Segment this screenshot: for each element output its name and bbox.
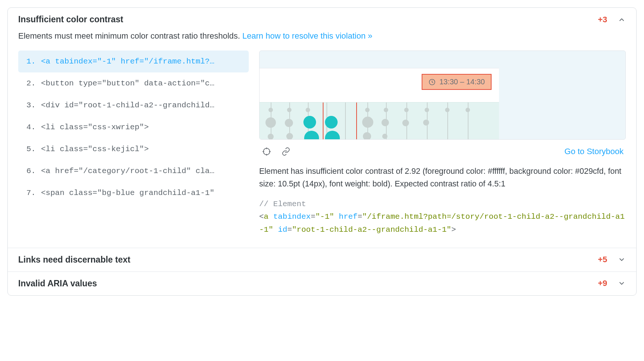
violation-count-badge: +5 [598,255,607,264]
violation-code: <a tabindex="-1" href="/iframe.html?… [41,57,214,66]
go-to-storybook-link[interactable]: Go to Storybook [564,147,624,156]
chevron-down-icon[interactable] [618,279,626,287]
chevron-down-icon[interactable] [618,256,626,264]
violation-item[interactable]: 7. <span class="bg-blue grandchild-a1-1" [18,182,249,204]
section-header-aria[interactable]: Invalid ARIA values +9 [8,272,636,295]
violation-code: <a href="/category/root-1-child" cla… [41,167,214,175]
section-description: Elements must meet minimum color contras… [8,31,636,45]
target-icon[interactable] [261,146,272,157]
violation-section-links: Links need discernable text +5 [8,248,636,271]
learn-more-link[interactable]: Learn how to resolve this violation » [242,31,373,40]
violation-number: 1. [26,57,36,66]
violation-code: <li class="css-kejicl"> [41,145,149,153]
code-comment: // Element [259,200,306,208]
violation-code: <span class="bg-blue grandchild-a1-1" [41,189,214,197]
time-range-chip: 13:30 – 14:30 [422,74,492,90]
section-header-contrast[interactable]: Insufficient color contrast +3 [8,8,636,31]
violation-count-badge: +9 [598,279,607,288]
violation-section-contrast: Insufficient color contrast +3 Elements … [8,8,636,248]
violation-item[interactable]: 4. <li class="css-xwriep"> [18,116,249,138]
violation-number: 3. [26,101,36,110]
description-text: Elements must meet minimum color contras… [18,31,240,40]
violation-section-aria: Invalid ARIA values +9 [8,271,636,295]
section-title: Invalid ARIA values [18,279,97,289]
svg-point-1 [263,148,270,155]
violation-item[interactable]: 1. <a tabindex="-1" href="/iframe.html?… [18,51,249,72]
clock-icon [428,78,436,86]
accessibility-panel: Insufficient color contrast +3 Elements … [7,7,637,296]
violations-list: 1. <a tabindex="-1" href="/iframe.html?…… [18,51,249,237]
link-icon[interactable] [281,146,291,157]
violation-number: 4. [26,123,36,131]
violation-item[interactable]: 3. <div id="root-1-child-a2--grandchild… [18,94,249,116]
violation-item[interactable]: 5. <li class="css-kejicl"> [18,138,249,160]
element-preview: 13:30 – 14:30 [259,51,626,140]
section-header-links[interactable]: Links need discernable text +5 [8,248,636,271]
violation-code: <div id="root-1-child-a2--grandchild… [41,101,214,110]
preview-toolbar: Go to Storybook [259,140,626,163]
violation-number: 6. [26,167,36,175]
violation-summary: Element has insufficient color contrast … [259,163,626,198]
section-title: Links need discernable text [18,255,131,265]
violation-count-badge: +3 [598,15,607,25]
violation-code: <button type="button" data-action="c… [41,79,214,88]
element-source-code: // Element <a tabindex="-1" href="/ifram… [259,198,626,237]
violation-item[interactable]: 2. <button type="button" data-action="c… [18,72,249,94]
section-body: 1. <a tabindex="-1" href="/iframe.html?…… [8,45,636,248]
violation-detail: 13:30 – 14:30 [259,51,626,237]
time-label: 13:30 – 14:30 [439,78,485,86]
violation-code: <li class="css-xwriep"> [41,123,149,131]
violation-number: 5. [26,145,36,153]
violation-number: 2. [26,79,36,88]
violation-number: 7. [26,189,36,197]
section-title: Insufficient color contrast [18,14,123,25]
violation-item[interactable]: 6. <a href="/category/root-1-child" cla… [18,160,249,182]
timeline-strip [260,102,499,139]
chevron-up-icon[interactable] [618,16,626,24]
